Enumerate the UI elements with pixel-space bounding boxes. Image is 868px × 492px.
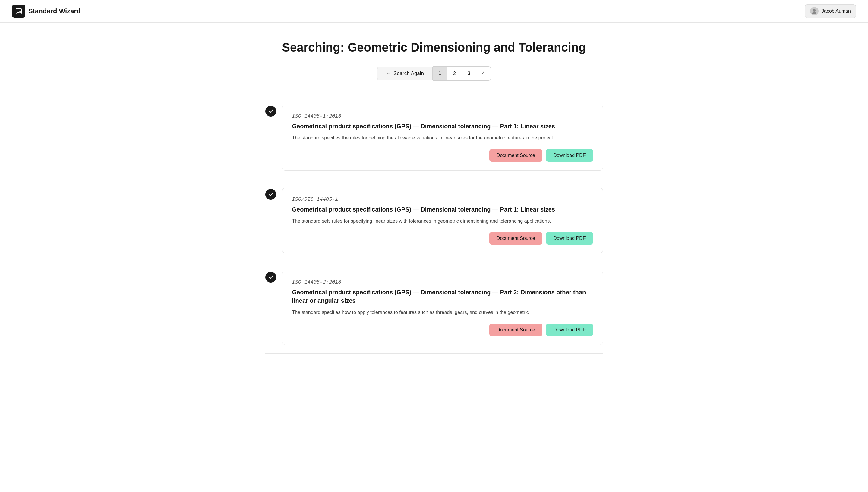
- main-content: Searching: Geometric Dimensioning and To…: [253, 23, 615, 366]
- page-button-4[interactable]: 4: [476, 67, 491, 80]
- result-item: ISO 14405-2:2018 Geometrical product spe…: [265, 262, 603, 354]
- app-title: Standard Wizard: [28, 7, 80, 15]
- result-description: The standard sets rules for specifying l…: [292, 217, 593, 225]
- user-menu-button[interactable]: Jacob Auman: [805, 4, 856, 18]
- result-code: ISO/DIS 14405-1: [292, 196, 593, 202]
- result-card: ISO/DIS 14405-1 Geometrical product spec…: [282, 188, 603, 254]
- result-title: Geometrical product specifications (GPS)…: [292, 205, 593, 214]
- result-description: The standard specifies the rules for def…: [292, 134, 593, 142]
- page-title: Searching: Geometric Dimensioning and To…: [265, 41, 603, 54]
- document-source-button[interactable]: Document Source: [489, 232, 542, 245]
- result-code: ISO 14405-1:2016: [292, 113, 593, 119]
- pagination: 1 2 3 4: [432, 66, 491, 81]
- header: Standard Wizard Jacob Auman: [0, 0, 868, 23]
- result-item: ISO/DIS 14405-1 Geometrical product spec…: [265, 179, 603, 263]
- result-card: ISO 14405-1:2016 Geometrical product spe…: [282, 104, 603, 171]
- download-pdf-button[interactable]: Download PDF: [546, 324, 593, 336]
- download-pdf-button[interactable]: Download PDF: [546, 149, 593, 162]
- result-description: The standard specifies how to apply tole…: [292, 309, 593, 316]
- search-again-button[interactable]: ← Search Again: [377, 67, 432, 80]
- back-arrow-icon: ←: [386, 71, 391, 76]
- results-list: ISO 14405-1:2016 Geometrical product spe…: [265, 96, 603, 354]
- document-source-button[interactable]: Document Source: [489, 324, 542, 336]
- result-actions: Document Source Download PDF: [292, 324, 593, 336]
- page-button-3[interactable]: 3: [462, 67, 476, 80]
- result-actions: Document Source Download PDF: [292, 149, 593, 162]
- svg-point-2: [813, 9, 816, 11]
- download-pdf-button[interactable]: Download PDF: [546, 232, 593, 245]
- user-name: Jacob Auman: [822, 8, 851, 14]
- result-title: Geometrical product specifications (GPS)…: [292, 122, 593, 130]
- page-button-1[interactable]: 1: [432, 67, 447, 80]
- search-again-label: Search Again: [394, 71, 424, 76]
- result-actions: Document Source Download PDF: [292, 232, 593, 245]
- document-source-button[interactable]: Document Source: [489, 149, 542, 162]
- result-title: Geometrical product specifications (GPS)…: [292, 288, 593, 305]
- checked-icon: [265, 272, 276, 282]
- checked-icon: [265, 106, 276, 117]
- page-button-2[interactable]: 2: [447, 67, 462, 80]
- result-item: ISO 14405-1:2016 Geometrical product spe…: [265, 96, 603, 179]
- logo-area: Standard Wizard: [12, 4, 80, 18]
- checked-icon: [265, 189, 276, 200]
- result-card: ISO 14405-2:2018 Geometrical product spe…: [282, 271, 603, 345]
- user-avatar: [810, 7, 819, 15]
- logo-icon: [12, 4, 25, 18]
- controls-row: ← Search Again 1 2 3 4: [265, 66, 603, 81]
- result-code: ISO 14405-2:2018: [292, 279, 593, 285]
